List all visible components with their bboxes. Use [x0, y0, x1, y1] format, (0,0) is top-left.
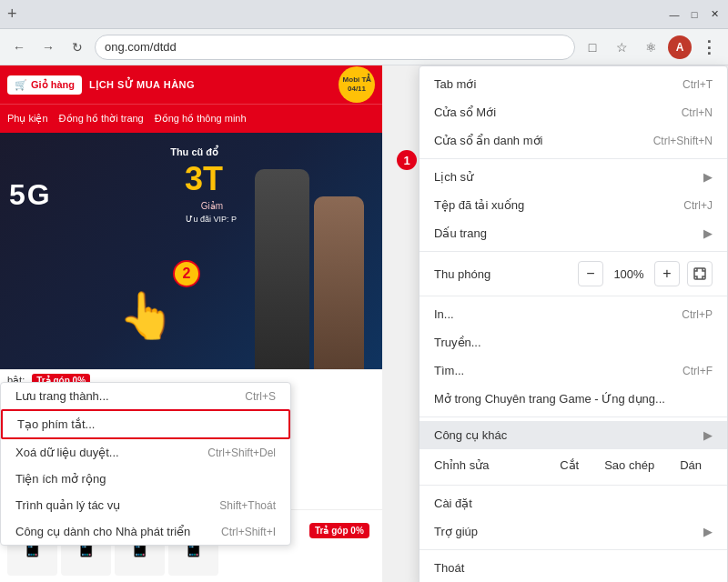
menu-tim[interactable]: Tìm... Ctrl+F: [420, 356, 727, 385]
edit-paste-button[interactable]: Dán: [669, 455, 713, 476]
new-tab-icon[interactable]: +: [7, 5, 17, 24]
history-button[interactable]: LỊCH SỬ MUA HÀNG: [89, 79, 195, 91]
menu-tim-shortcut: Ctrl+F: [682, 365, 713, 377]
nav-dong-ho-thong-minh[interactable]: Đồng hồ thông minh: [155, 113, 247, 125]
zoom-plus-button[interactable]: +: [654, 261, 680, 286]
zoom-fullscreen-button[interactable]: [687, 261, 713, 286]
zoom-label: Thu phóng: [434, 267, 571, 281]
phone-left: [255, 169, 309, 369]
menu-chinh-sua-label: Chỉnh sửa: [434, 458, 545, 472]
step-2-badge: 2: [173, 260, 200, 287]
menu-in-label: In...: [434, 307, 667, 321]
menu-tai-xuong-label: Tệp đã tải xuống: [434, 198, 669, 212]
nav-phu-kien[interactable]: Phụ kiện: [7, 113, 48, 125]
website-banner: 5G Thu cũ đổ 3T Giảm Ưu đãi VIP: P 👆 2: [0, 133, 382, 369]
menu-tai-xuong-shortcut: Ctrl+J: [683, 199, 713, 212]
menu-dau-trang-label: Dấu trang: [434, 226, 696, 240]
menu-tro-giup[interactable]: Trợ giúp ▶: [420, 517, 727, 546]
banner-5g: 5G: [9, 178, 52, 212]
step-1-badge: 1: [397, 150, 417, 170]
price-3t: 3T: [185, 160, 223, 198]
menu-in-shortcut: Ctrl+P: [682, 308, 713, 321]
left-menu-luu-trang[interactable]: Lưu trang thành... Ctrl+S: [1, 383, 290, 409]
menu-tro-giup-label: Trợ giúp: [434, 525, 696, 538]
url-text: ong.com/dtdd: [105, 40, 177, 54]
left-menu-tao-phim-tat-label: Tạo phím tắt...: [17, 417, 95, 431]
left-menu-quan-ly-tac-vu-label: Trình quản lý tác vụ: [15, 498, 120, 512]
menu-cai-dat-label: Cài đặt: [434, 497, 713, 510]
left-menu-cong-cu-phat-trien[interactable]: Công cụ dành cho Nhà phát triển Ctrl+Shi…: [1, 518, 290, 545]
thu-cu-text: Thu cũ đổ: [170, 146, 218, 158]
divider-4: [420, 416, 727, 417]
menu-lich-su-label: Lịch sử: [434, 170, 696, 184]
menu-tab-moi[interactable]: Tab mới Ctrl+T: [420, 70, 727, 98]
menu-in[interactable]: In... Ctrl+P: [420, 300, 727, 328]
menu-tim-label: Tìm...: [434, 364, 668, 377]
menu-an-danh-label: Cửa sổ ẩn danh mới: [434, 134, 639, 147]
menu-truyen-label: Truyền...: [434, 336, 713, 349]
left-menu-luu-trang-label: Lưu trang thành...: [15, 389, 109, 403]
divider-3: [420, 296, 727, 296]
tra-gop-badge-2: Trả góp 0%: [309, 523, 369, 538]
svg-rect-0: [694, 268, 705, 279]
dropdown-menu: Tab mới Ctrl+T Cửa sổ Mới Ctrl+N Cửa sổ …: [419, 65, 728, 582]
menu-dau-trang[interactable]: Dấu trang ▶: [420, 219, 727, 247]
edit-cut-button[interactable]: Cắt: [549, 455, 590, 476]
forward-button[interactable]: →: [36, 35, 60, 59]
minimize-button[interactable]: —: [668, 8, 681, 21]
menu-an-danh-shortcut: Ctrl+Shift+N: [653, 135, 713, 147]
menu-cong-cu-khac-arrow: ▶: [703, 428, 713, 442]
address-bar[interactable]: ong.com/dtdd: [95, 35, 575, 60]
bookmark-icon[interactable]: ☆: [610, 35, 633, 59]
menu-thoat[interactable]: Thoát: [420, 554, 727, 582]
menu-truyen[interactable]: Truyền...: [420, 328, 727, 356]
left-menu-quan-ly-tac-vu-shortcut: Shift+Thoát: [219, 499, 276, 512]
menu-cong-cu-khac[interactable]: Công cụ khác ▶: [420, 421, 727, 449]
profile-icon[interactable]: A: [668, 35, 692, 59]
edit-copy-button[interactable]: Sao chép: [593, 455, 665, 476]
window-controls: — □ ✕: [668, 8, 721, 21]
menu-zoom-row: Thu phóng − 100% +: [420, 256, 727, 292]
mobi-badge: Mobi TẢ04/11: [339, 66, 375, 103]
left-menu-luu-trang-shortcut: Ctrl+S: [245, 390, 276, 403]
divider-2: [420, 251, 727, 252]
menu-button[interactable]: ⋮: [697, 35, 721, 59]
left-menu-quan-ly-tac-vu[interactable]: Trình quản lý tác vụ Shift+Thoát: [1, 492, 290, 518]
open-new-tab-icon[interactable]: □: [581, 35, 604, 59]
zoom-minus-button[interactable]: −: [578, 261, 603, 286]
left-menu-tien-ich[interactable]: Tiện ích mở rộng: [1, 466, 290, 492]
menu-dau-trang-arrow: ▶: [703, 226, 713, 240]
left-menu-tien-ich-label: Tiện ích mở rộng: [15, 472, 106, 486]
divider-1: [420, 158, 727, 159]
menu-tai-xuong[interactable]: Tệp đã tải xuống Ctrl+J: [420, 191, 727, 219]
menu-cua-so-moi[interactable]: Cửa sổ Mới Ctrl+N: [420, 98, 727, 126]
left-menu-xoa-du-lieu-shortcut: Ctrl+Shift+Del: [207, 447, 276, 459]
divider-6: [420, 549, 727, 550]
nav-dong-ho-thoi-trang[interactable]: Đồng hồ thời trang: [59, 113, 144, 125]
zoom-value: 100%: [611, 267, 647, 281]
left-menu-cong-cu-phat-trien-label: Công cụ dành cho Nhà phát triển: [15, 525, 190, 538]
cart-button[interactable]: 🛒 Giỏ hàng: [7, 75, 82, 95]
menu-cong-cu-khac-label: Công cụ khác: [434, 428, 696, 442]
menu-cai-dat[interactable]: Cài đặt: [420, 489, 727, 517]
menu-mo-trong[interactable]: Mở trong Chuyên trang Game - Ứng dụng...: [420, 385, 727, 413]
menu-tab-moi-shortcut: Ctrl+T: [682, 78, 713, 91]
giam-label: Giảm: [201, 201, 223, 211]
left-menu-xoa-du-lieu-label: Xoá dữ liệu duyệt...: [15, 446, 119, 459]
left-menu-xoa-du-lieu[interactable]: Xoá dữ liệu duyệt... Ctrl+Shift+Del: [1, 439, 290, 466]
titlebar: + — □ ✕: [0, 0, 728, 29]
website-nav: Phụ kiện Đồng hồ thời trang Đồng hồ thôn…: [0, 104, 382, 133]
menu-lich-su-arrow: ▶: [703, 170, 713, 184]
banner-hand: 👆: [118, 289, 175, 342]
back-button[interactable]: ←: [7, 35, 31, 59]
menu-an-danh[interactable]: Cửa sổ ẩn danh mới Ctrl+Shift+N: [420, 126, 727, 155]
extensions-icon[interactable]: ⚛: [639, 35, 662, 59]
close-button[interactable]: ✕: [708, 8, 721, 21]
reload-button[interactable]: ↻: [66, 35, 89, 59]
menu-mo-trong-label: Mở trong Chuyên trang Game - Ứng dụng...: [434, 392, 713, 406]
website-header: 🛒 Giỏ hàng LỊCH SỬ MUA HÀNG Mobi TẢ04/11: [0, 65, 382, 104]
menu-cua-so-moi-shortcut: Ctrl+N: [682, 106, 713, 119]
maximize-button[interactable]: □: [688, 8, 701, 21]
menu-lich-su[interactable]: Lịch sử ▶: [420, 163, 727, 191]
left-menu-tao-phim-tat[interactable]: Tạo phím tắt...: [1, 409, 290, 439]
